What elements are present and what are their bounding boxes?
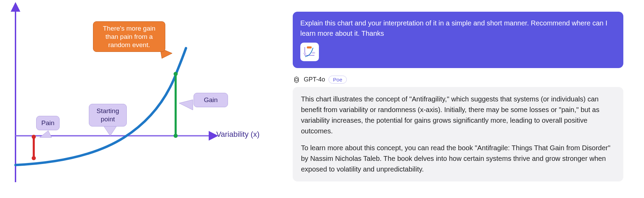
- callout-pain: Pain: [36, 116, 60, 130]
- x-axis-label: Variability (x): [216, 130, 260, 139]
- user-message-bubble: Explain this chart and your interpretati…: [293, 12, 623, 68]
- assistant-header: GPT-4o Poe: [293, 76, 634, 84]
- assistant-message-bubble: This chart illustrates the concept of "A…: [293, 87, 623, 182]
- model-name: GPT-4o: [304, 76, 325, 83]
- thumbnail-icon: [302, 44, 317, 59]
- platform-badge[interactable]: Poe: [329, 76, 347, 84]
- svg-rect-11: [307, 46, 312, 48]
- antifragile-chart: Gains/Losses f(x) Variability (x) There'…: [0, 0, 269, 198]
- chat-panel: Explain this chart and your interpretati…: [269, 0, 644, 198]
- callout-gain: Gain: [194, 93, 228, 107]
- svg-point-3: [32, 135, 36, 139]
- svg-rect-13: [303, 53, 306, 54]
- svg-point-7: [174, 72, 178, 76]
- callout-start: Starting point: [89, 104, 127, 126]
- attachment-thumbnail[interactable]: [300, 43, 319, 61]
- svg-point-4: [32, 156, 36, 160]
- assistant-paragraph-1: This chart illustrates the concept of "A…: [301, 94, 615, 136]
- assistant-paragraph-2: To learn more about this concept, you ca…: [301, 143, 615, 175]
- svg-rect-12: [312, 52, 315, 54]
- openai-icon: [293, 76, 300, 84]
- callout-main: There's more gain than pain from a rando…: [93, 21, 165, 52]
- svg-point-6: [174, 134, 178, 138]
- user-message-text: Explain this chart and your interpretati…: [300, 18, 616, 38]
